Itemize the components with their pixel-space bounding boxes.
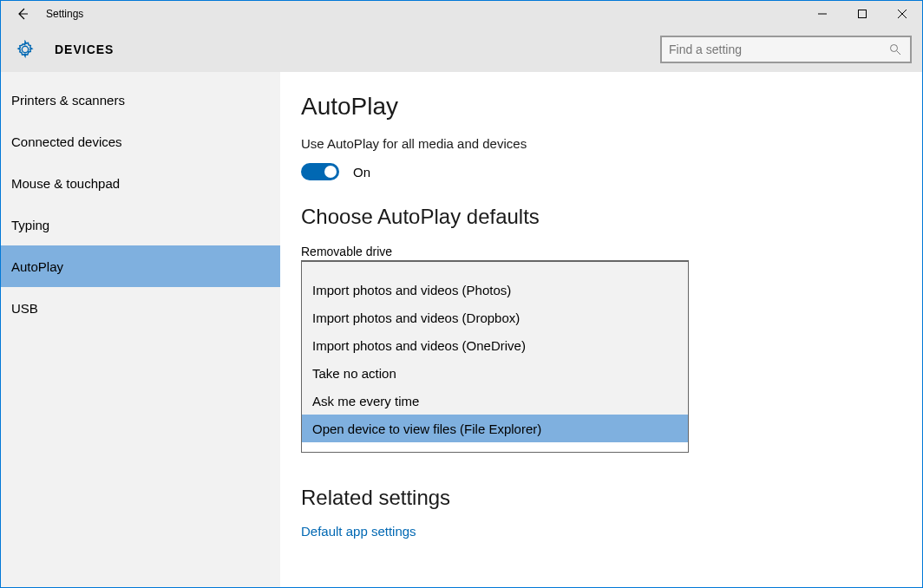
maximize-button[interactable] bbox=[842, 1, 882, 27]
window-controls bbox=[802, 1, 922, 27]
maximize-icon bbox=[858, 10, 867, 18]
default-app-settings-link[interactable]: Default app settings bbox=[301, 524, 416, 539]
dropdown-spacer bbox=[301, 262, 689, 276]
sidebar-item-autoplay[interactable]: AutoPlay bbox=[1, 245, 280, 287]
dropdown-option[interactable]: Ask me every time bbox=[301, 387, 689, 415]
svg-point-1 bbox=[891, 45, 898, 52]
back-button[interactable] bbox=[8, 1, 37, 27]
dropdown-option-label: Import photos and videos (OneDrive) bbox=[312, 338, 526, 353]
dropdown-option[interactable]: Take no action bbox=[301, 359, 689, 387]
dropdown-option[interactable]: Import photos and videos (Photos) bbox=[301, 276, 689, 304]
sidebar-item-connected-devices[interactable]: Connected devices bbox=[1, 121, 280, 162]
content: AutoPlay Use AutoPlay for all media and … bbox=[280, 72, 922, 587]
search-input[interactable] bbox=[669, 42, 889, 56]
titlebar: Settings bbox=[1, 1, 922, 27]
header: DEVICES bbox=[1, 27, 922, 72]
sidebar-item-usb[interactable]: USB bbox=[1, 287, 280, 329]
defaults-heading: Choose AutoPlay defaults bbox=[301, 205, 922, 229]
close-icon bbox=[898, 10, 907, 18]
sidebar-item-mouse-touchpad[interactable]: Mouse & touchpad bbox=[1, 162, 280, 204]
search-box[interactable] bbox=[660, 36, 912, 63]
sidebar-item-label: Typing bbox=[11, 218, 49, 232]
dropdown-option[interactable]: Import photos and videos (Dropbox) bbox=[301, 304, 689, 331]
autoplay-toggle-label: Use AutoPlay for all media and devices bbox=[301, 136, 922, 151]
toggle-row: On bbox=[301, 163, 922, 180]
section-title: DEVICES bbox=[55, 42, 114, 56]
minimize-icon bbox=[818, 10, 827, 18]
sidebar-item-label: Connected devices bbox=[11, 134, 122, 149]
dropdown-option-label: Take no action bbox=[312, 366, 396, 381]
sidebar-item-label: Printers & scanners bbox=[11, 93, 125, 108]
sidebar-item-printers[interactable]: Printers & scanners bbox=[1, 79, 280, 121]
sidebar: Printers & scanners Connected devices Mo… bbox=[1, 72, 280, 587]
dropdown-bottom-border bbox=[301, 442, 689, 453]
search-icon bbox=[889, 43, 903, 56]
body: Printers & scanners Connected devices Mo… bbox=[1, 72, 922, 587]
dropdown-option-label: Open device to view files (File Explorer… bbox=[312, 421, 541, 436]
sidebar-item-label: AutoPlay bbox=[11, 259, 63, 274]
svg-rect-0 bbox=[859, 10, 867, 18]
back-arrow-icon bbox=[16, 7, 29, 21]
removable-drive-dropdown[interactable]: Import photos and videos (Photos) Import… bbox=[301, 260, 689, 442]
dropdown-option[interactable]: Open device to view files (File Explorer… bbox=[301, 415, 689, 442]
minimize-button[interactable] bbox=[802, 1, 842, 27]
sidebar-item-typing[interactable]: Typing bbox=[1, 204, 280, 245]
sidebar-item-label: USB bbox=[11, 301, 38, 316]
dropdown-option-label: Import photos and videos (Dropbox) bbox=[312, 310, 520, 325]
gear-icon-svg bbox=[16, 40, 35, 59]
dropdown-option[interactable]: Import photos and videos (OneDrive) bbox=[301, 331, 689, 359]
settings-window: Settings DEVICES bbox=[0, 0, 923, 588]
dropdown-option-label: Import photos and videos (Photos) bbox=[312, 283, 511, 297]
page-heading: AutoPlay bbox=[301, 93, 922, 121]
toggle-knob bbox=[324, 166, 337, 178]
toggle-state: On bbox=[353, 165, 370, 180]
autoplay-toggle[interactable] bbox=[301, 163, 339, 180]
related-heading: Related settings bbox=[301, 486, 922, 510]
close-button[interactable] bbox=[882, 1, 922, 27]
dropdown-option-label: Ask me every time bbox=[312, 394, 419, 408]
gear-icon[interactable] bbox=[15, 40, 36, 59]
window-title: Settings bbox=[46, 8, 83, 20]
removable-drive-label: Removable drive bbox=[301, 245, 922, 258]
sidebar-item-label: Mouse & touchpad bbox=[11, 176, 120, 191]
